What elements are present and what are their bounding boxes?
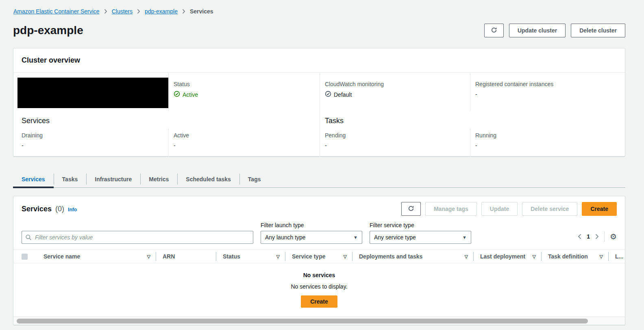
update-cluster-button[interactable]: Update cluster bbox=[509, 24, 566, 37]
services-panel: Services (0) Info Manage tags Update Del… bbox=[13, 196, 625, 325]
refresh-icon bbox=[491, 27, 497, 35]
breadcrumb: Amazon Elastic Container Service Cluster… bbox=[13, 8, 213, 15]
sort-icon: ▽ bbox=[533, 254, 536, 259]
status-label: Status bbox=[174, 81, 315, 87]
draining-label: Draining bbox=[22, 132, 163, 139]
cluster-overview-title: Cluster overview bbox=[13, 48, 625, 73]
sort-icon: ▽ bbox=[147, 254, 150, 259]
services-filter-row: Filter launch type Any launch type ▼ Fil… bbox=[13, 216, 625, 244]
cloudwatch-value: Default bbox=[334, 91, 352, 98]
status-cell: Status Active bbox=[168, 73, 320, 111]
tab-tasks[interactable]: Tasks bbox=[54, 171, 87, 187]
horizontal-scrollbar[interactable] bbox=[13, 317, 625, 325]
column-header-arn: ARN bbox=[156, 252, 216, 261]
pagination: 1 ⚙ bbox=[578, 230, 617, 243]
service-type-value: Any service type bbox=[374, 234, 416, 241]
cluster-name-cell bbox=[13, 73, 168, 111]
empty-state-title: No services bbox=[13, 272, 625, 278]
delete-service-button[interactable]: Delete service bbox=[522, 202, 577, 216]
registered-instances-value: - bbox=[475, 91, 620, 98]
breadcrumb-link-ecs[interactable]: Amazon Elastic Container Service bbox=[13, 8, 100, 15]
check-circle-icon bbox=[325, 91, 331, 98]
services-table-header: Service name ▽ ARN Status ▽ Service type… bbox=[13, 250, 625, 263]
create-service-button[interactable]: Create bbox=[582, 202, 617, 216]
filter-launch-type-label: Filter launch type bbox=[261, 222, 362, 228]
breadcrumb-link-cluster-name[interactable]: pdp-example bbox=[145, 8, 178, 15]
tasks-section-title: Tasks bbox=[320, 111, 625, 128]
cluster-tabs: Services Tasks Infrastructure Metrics Sc… bbox=[13, 171, 625, 188]
column-header-service-name[interactable]: Service name ▽ bbox=[37, 252, 156, 261]
sort-icon: ▽ bbox=[276, 254, 280, 259]
services-panel-actions: Manage tags Update Delete service Create bbox=[401, 202, 617, 216]
sort-icon: ▽ bbox=[344, 254, 347, 259]
cluster-overview-row-top: Status Active CloudWatch monitoring Defa… bbox=[13, 73, 625, 111]
tab-services[interactable]: Services bbox=[13, 171, 54, 187]
column-header-status[interactable]: Status ▽ bbox=[216, 252, 285, 261]
scrollbar-thumb[interactable] bbox=[17, 319, 588, 323]
cloudwatch-label: CloudWatch monitoring bbox=[325, 81, 465, 87]
page-actions: Update cluster Delete cluster bbox=[484, 24, 625, 37]
column-header-task-definition[interactable]: Task definition ▽ bbox=[541, 252, 608, 261]
draining-value: - bbox=[22, 142, 163, 149]
chevron-right-icon bbox=[104, 9, 107, 14]
cluster-overview-section-headers: Services Tasks bbox=[13, 111, 625, 128]
search-icon bbox=[25, 234, 32, 242]
filter-service-type-label: Filter service type bbox=[370, 222, 471, 228]
active-value: - bbox=[174, 142, 315, 149]
page-number[interactable]: 1 bbox=[587, 233, 590, 240]
info-link[interactable]: Info bbox=[68, 207, 77, 213]
refresh-button[interactable] bbox=[484, 24, 504, 37]
chevron-down-icon: ▼ bbox=[353, 235, 358, 240]
column-header-truncated: L... bbox=[608, 252, 625, 261]
refresh-icon bbox=[408, 205, 414, 213]
active-cell: Active - bbox=[168, 128, 320, 157]
registered-instances-label: Registered container instances bbox=[475, 81, 620, 87]
check-circle-icon bbox=[174, 91, 180, 98]
running-value: - bbox=[475, 142, 620, 149]
page-title: pdp-example bbox=[13, 24, 83, 37]
running-cell: Running - bbox=[470, 128, 625, 157]
launch-type-value: Any launch type bbox=[265, 234, 306, 241]
sort-icon: ▽ bbox=[600, 254, 603, 259]
pending-cell: Pending - bbox=[320, 128, 470, 157]
cluster-overview-panel: Cluster overview Status Active CloudWatc… bbox=[13, 48, 625, 156]
tab-metrics[interactable]: Metrics bbox=[140, 171, 177, 187]
next-page-button[interactable] bbox=[595, 234, 599, 239]
empty-state-create-button[interactable]: Create bbox=[301, 295, 337, 308]
tab-infrastructure[interactable]: Infrastructure bbox=[86, 171, 140, 187]
services-section-title: Services bbox=[13, 111, 320, 128]
chevron-right-icon bbox=[137, 9, 140, 14]
tab-tags[interactable]: Tags bbox=[239, 171, 270, 187]
breadcrumb-link-clusters[interactable]: Clusters bbox=[112, 8, 133, 15]
column-header-service-type[interactable]: Service type ▽ bbox=[285, 252, 352, 261]
refresh-services-button[interactable] bbox=[401, 202, 421, 216]
tab-scheduled-tasks[interactable]: Scheduled tasks bbox=[177, 171, 239, 187]
previous-page-button[interactable] bbox=[578, 234, 581, 239]
launch-type-select[interactable]: Any launch type ▼ bbox=[261, 231, 362, 244]
services-panel-header: Services (0) Info Manage tags Update Del… bbox=[13, 196, 625, 216]
delete-cluster-button[interactable]: Delete cluster bbox=[571, 24, 625, 37]
column-header-last-deployment[interactable]: Last deployment ▽ bbox=[473, 252, 541, 261]
active-label: Active bbox=[174, 132, 315, 139]
draining-cell: Draining - bbox=[13, 128, 168, 157]
page-header: pdp-example Update cluster Delete cluste… bbox=[13, 24, 625, 37]
settings-gear-icon[interactable]: ⚙ bbox=[610, 233, 617, 241]
sort-icon: ▽ bbox=[465, 254, 468, 259]
divider bbox=[604, 231, 605, 242]
redacted-block bbox=[17, 78, 168, 108]
running-label: Running bbox=[475, 132, 620, 139]
status-value: Active bbox=[183, 91, 198, 98]
empty-state: No services No services to display. Crea… bbox=[13, 263, 625, 308]
registered-instances-cell: Registered container instances - bbox=[470, 73, 625, 111]
services-count: (0) bbox=[55, 205, 64, 213]
service-type-select[interactable]: Any service type ▼ bbox=[370, 231, 471, 244]
filter-services-input[interactable] bbox=[22, 231, 253, 244]
chevron-down-icon: ▼ bbox=[462, 235, 467, 240]
pending-value: - bbox=[325, 142, 465, 149]
chevron-right-icon bbox=[182, 9, 185, 14]
manage-tags-button[interactable]: Manage tags bbox=[425, 202, 477, 216]
select-all-checkbox[interactable] bbox=[22, 254, 28, 260]
column-header-deployments-and-tasks[interactable]: Deployments and tasks ▽ bbox=[352, 252, 473, 261]
update-service-button[interactable]: Update bbox=[481, 202, 518, 216]
pending-label: Pending bbox=[325, 132, 465, 139]
